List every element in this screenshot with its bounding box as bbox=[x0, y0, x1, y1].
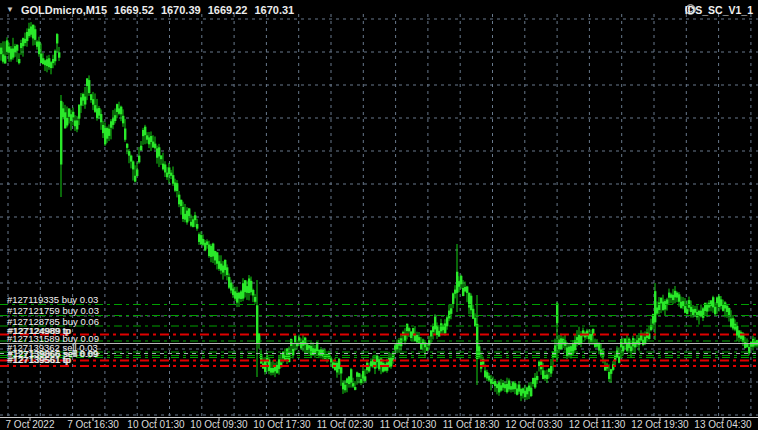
time-axis-label: 12 Oct 03:30 bbox=[505, 419, 563, 430]
candle-series bbox=[0, 22, 758, 401]
time-axis-label: 11 Oct 10:30 bbox=[380, 419, 437, 430]
order-label: #127119335 buy 0.03 bbox=[7, 294, 98, 305]
time-axis-label: 11 Oct 18:30 bbox=[443, 419, 500, 430]
price-chart[interactable]: #127119335 buy 0.03#127121759 buy 0.03#1… bbox=[0, 0, 758, 430]
time-axis-label: 10 Oct 09:30 bbox=[190, 419, 248, 430]
quote-close: 1670.31 bbox=[254, 4, 294, 16]
time-axis-label: 10 Oct 01:30 bbox=[127, 419, 185, 430]
quote-high: 1670.39 bbox=[161, 4, 201, 16]
time-axis-label: 7 Oct 16:30 bbox=[67, 419, 119, 430]
chart-header: ▼ GOLDmicro,M15 1669.52 1670.39 1669.22 … bbox=[6, 4, 294, 16]
symbol-dropdown-icon[interactable]: ▼ bbox=[6, 6, 14, 14]
quote-open: 1669.52 bbox=[114, 4, 154, 16]
mt4-chart-window: #127119335 buy 0.03#127121759 buy 0.03#1… bbox=[0, 0, 758, 430]
time-axis-label: 7 Oct 2022 bbox=[6, 419, 55, 430]
time-axis-label: 10 Oct 17:30 bbox=[253, 419, 311, 430]
order-labels: #127119335 buy 0.03#127121759 buy 0.03#1… bbox=[7, 294, 99, 365]
order-label: #127121759 buy 0.03 bbox=[7, 305, 99, 316]
symbol-timeframe: GOLDmicro,M15 bbox=[21, 4, 107, 16]
time-axis-label: 12 Oct 11:30 bbox=[569, 419, 626, 430]
indicator-label: IDS_SC_V1_1 bbox=[685, 4, 753, 16]
time-axis-label: 11 Oct 02:30 bbox=[317, 419, 374, 430]
grid-lines bbox=[0, 14, 758, 416]
time-axis-label: 12 Oct 19:30 bbox=[631, 419, 689, 430]
order-label: #127139561 tp bbox=[8, 354, 71, 365]
quote-values: 1669.52 1670.39 1669.22 1670.31 bbox=[114, 4, 294, 16]
time-axis[interactable]: 7 Oct 20227 Oct 16:3010 Oct 01:3010 Oct … bbox=[0, 418, 758, 430]
quote-low: 1669.22 bbox=[208, 4, 248, 16]
time-axis-label: 13 Oct 04:30 bbox=[694, 419, 752, 430]
smiley-icon bbox=[685, 4, 696, 15]
